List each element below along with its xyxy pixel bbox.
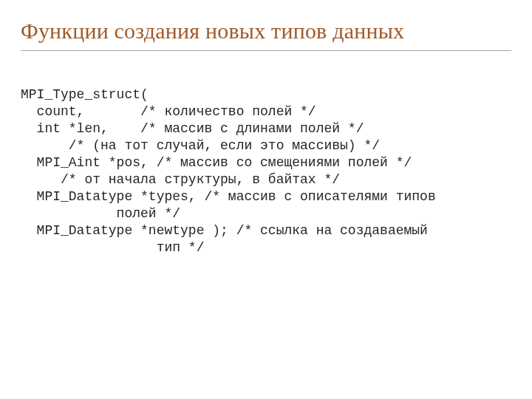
slide-title: Функции создания новых типов данных [21,18,511,44]
code-line: MPI_Type_struct( [21,87,149,102]
code-line: count, /* количество полей */ [21,104,316,119]
code-line: int *len, /* массив с длинами полей */ [21,121,364,136]
code-line: полей */ [21,206,180,221]
slide: Функции создания новых типов данных MPI_… [0,0,532,399]
code-line: MPI_Aint *pos, /* массив со смещениями п… [21,155,412,170]
title-rule [21,50,511,51]
code-block: MPI_Type_struct( count, /* количество по… [21,86,511,256]
code-line: MPI_Datatype *types, /* массив с описате… [21,189,436,204]
code-line: /* (на тот случай, если это массивы) */ [21,138,380,153]
code-line: MPI_Datatype *newtype ); /* ссылка на со… [21,223,428,238]
code-line: тип */ [21,240,204,255]
code-line: /* от начала структуры, в байтах */ [21,172,340,187]
